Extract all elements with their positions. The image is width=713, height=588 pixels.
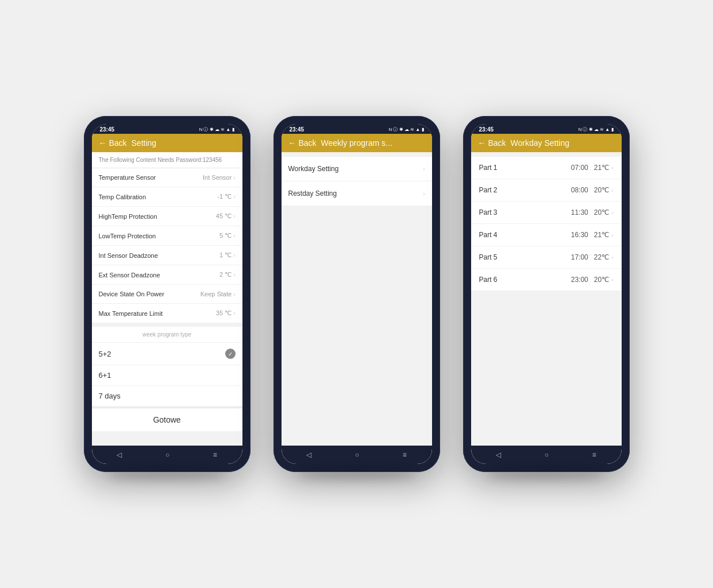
nav-menu-2[interactable]: ≡ (397, 449, 413, 461)
gotowe-button[interactable]: Gotowe (92, 408, 242, 431)
phone-3-screen: 23:45 N ⓘ ✱ ☁ ≋ ▲ ▮ ← Back Workday Setti… (471, 124, 622, 464)
status-bar-2: 23:45 N ⓘ ✱ ☁ ≋ ▲ ▮ (282, 124, 432, 134)
setting-item-6[interactable]: Device State On Power Keep State › (92, 285, 242, 304)
phone-1-shell: 23:45 N ⓘ ✱ ☁ ≋ ▲ ▮ ← Back Setting The F… (84, 116, 250, 472)
week-option-label-1: 6+1 (99, 371, 111, 380)
part-item-1[interactable]: Part 2 08:00 20℃ › (471, 179, 622, 202)
nav-menu-1[interactable]: ≡ (207, 449, 223, 461)
setting-value-5: 2 ℃ › (219, 271, 236, 278)
week-option-label-0: 5+2 (99, 350, 111, 358)
phone-shadow-1 (109, 469, 225, 481)
back-button-3[interactable]: ← Back (478, 138, 506, 148)
part-item-0[interactable]: Part 1 07:00 21℃ › (471, 157, 622, 179)
status-time-1: 23:45 (100, 126, 115, 133)
part-name-4: Part 5 (479, 253, 498, 261)
nav-home-1[interactable]: ○ (160, 449, 175, 461)
setting-item-5[interactable]: Ext Sensor Deadzone 2 ℃ › (92, 265, 242, 285)
part-chevron-0: › (611, 165, 613, 171)
week-option-1[interactable]: 6+1 (92, 365, 242, 386)
setting-value-3: 5 ℃ › (219, 232, 236, 239)
setting-label-7: Max Temperature Limit (99, 310, 163, 317)
nav-back-3[interactable]: ◁ (490, 449, 507, 461)
setting-value-7: 35 ℃ › (216, 310, 236, 317)
chevron-icon-3: › (233, 233, 235, 239)
phone-2-shell: 23:45 N ⓘ ✱ ☁ ≋ ▲ ▮ ← Back Weekly progra… (273, 116, 440, 472)
part-item-4[interactable]: Part 5 17:00 22℃ › (471, 246, 622, 269)
nav-home-2[interactable]: ○ (349, 449, 365, 461)
header-title-3: Workday Setting (511, 138, 615, 148)
setting-item-2[interactable]: HighTemp Protection 45 ℃ › (92, 207, 242, 226)
week-program-section: week program type 5+2 ✓ 6+1 7 days (92, 327, 242, 407)
menu-item-label-0: Workday Setting (288, 165, 339, 173)
status-time-2: 23:45 (290, 126, 305, 133)
phone-2-screen: 23:45 N ⓘ ✱ ☁ ≋ ▲ ▮ ← Back Weekly progra… (282, 124, 432, 464)
setting-label-0: Temperature Sensor (99, 174, 156, 181)
part-chevron-3: › (611, 232, 613, 238)
menu-chevron-0: › (423, 166, 425, 172)
chevron-icon-1: › (233, 194, 235, 200)
part-name-0: Part 1 (479, 164, 498, 172)
phone-3: 23:45 N ⓘ ✱ ☁ ≋ ▲ ▮ ← Back Workday Setti… (463, 116, 630, 472)
setting-value-2: 45 ℃ › (216, 212, 236, 220)
nav-home-3[interactable]: ○ (539, 449, 554, 461)
part-name-1: Part 2 (479, 186, 498, 194)
nav-menu-3[interactable]: ≡ (587, 449, 602, 461)
week-option-2[interactable]: 7 days (92, 386, 242, 407)
chevron-icon-0: › (233, 175, 235, 181)
part-value-1: 08:00 20℃ › (571, 186, 614, 194)
chevron-icon-5: › (233, 272, 235, 278)
nav-back-2[interactable]: ◁ (300, 449, 317, 461)
menu-chevron-1: › (423, 191, 425, 197)
bottom-nav-2: ◁ ○ ≡ (282, 446, 432, 464)
part-chevron-2: › (611, 210, 613, 216)
setting-item-4[interactable]: Int Sensor Deadzone 1 ℃ › (92, 246, 242, 265)
parts-group-3: Part 1 07:00 21℃ › Part 2 08:00 20℃ › Pa… (471, 157, 622, 291)
setting-item-3[interactable]: LowTemp Protection 5 ℃ › (92, 226, 242, 246)
back-button-1[interactable]: ← Back (99, 138, 127, 148)
menu-group-2: Workday Setting › Restday Setting › (282, 157, 432, 206)
nav-back-1[interactable]: ◁ (111, 449, 128, 461)
part-item-2[interactable]: Part 3 11:30 20℃ › (471, 202, 622, 224)
chevron-icon-2: › (233, 213, 235, 219)
part-name-2: Part 3 (479, 208, 498, 216)
part-value-0: 07:00 21℃ › (571, 164, 614, 172)
bottom-nav-3: ◁ ○ ≡ (471, 446, 622, 464)
back-button-2[interactable]: ← Back (288, 138, 317, 148)
menu-item-0[interactable]: Workday Setting › (282, 157, 432, 181)
menu-item-1[interactable]: Restday Setting › (282, 181, 432, 206)
part-value-4: 17:00 22℃ › (571, 253, 614, 261)
setting-label-5: Ext Sensor Deadzone (99, 272, 160, 278)
setting-item-1[interactable]: Temp Calibration -1 ℃ › (92, 187, 242, 207)
chevron-icon-7: › (233, 310, 235, 316)
part-item-3[interactable]: Part 4 16:30 21℃ › (471, 224, 622, 246)
part-value-5: 23:00 20℃ › (571, 276, 614, 284)
part-chevron-1: › (611, 187, 613, 194)
status-bar-1: 23:45 N ⓘ ✱ ☁ ≋ ▲ ▮ (92, 124, 242, 134)
app-header-3: ← Back Workday Setting (471, 134, 622, 152)
settings-content-1: The Following Content Needs Password:123… (92, 152, 242, 446)
chevron-icon-6: › (233, 291, 235, 297)
setting-value-1: -1 ℃ › (217, 193, 235, 200)
part-chevron-5: › (611, 277, 613, 283)
phone-1: 23:45 N ⓘ ✱ ☁ ≋ ▲ ▮ ← Back Setting The F… (84, 116, 250, 472)
setting-value-4: 1 ℃ › (219, 252, 236, 259)
setting-item-0[interactable]: Temperature Sensor Int Sensor › (92, 168, 242, 187)
status-bar-3: 23:45 N ⓘ ✱ ☁ ≋ ▲ ▮ (471, 124, 622, 134)
week-option-0[interactable]: 5+2 ✓ (92, 343, 242, 365)
parts-content-3: Part 1 07:00 21℃ › Part 2 08:00 20℃ › Pa… (471, 152, 622, 446)
status-icons-1: N ⓘ ✱ ☁ ≋ ▲ ▮ (199, 126, 234, 133)
part-value-2: 11:30 20℃ › (571, 208, 614, 216)
setting-label-2: HighTemp Protection (99, 213, 157, 220)
status-time-3: 23:45 (479, 126, 494, 133)
phone-shadow-2 (298, 469, 415, 481)
phone-shadow-3 (488, 469, 604, 481)
app-header-1: ← Back Setting (92, 134, 242, 152)
header-title-2: Weekly program s... (321, 138, 425, 148)
menu-content-2: Workday Setting › Restday Setting › (282, 152, 432, 446)
status-icons-2: N ⓘ ✱ ☁ ≋ ▲ ▮ (388, 126, 423, 133)
part-chevron-4: › (611, 254, 613, 261)
week-option-label-2: 7 days (99, 392, 121, 400)
status-icons-3: N ⓘ ✱ ☁ ≋ ▲ ▮ (578, 126, 613, 133)
part-item-5[interactable]: Part 6 23:00 20℃ › (471, 269, 622, 291)
setting-item-7[interactable]: Max Temperature Limit 35 ℃ › (92, 304, 242, 323)
